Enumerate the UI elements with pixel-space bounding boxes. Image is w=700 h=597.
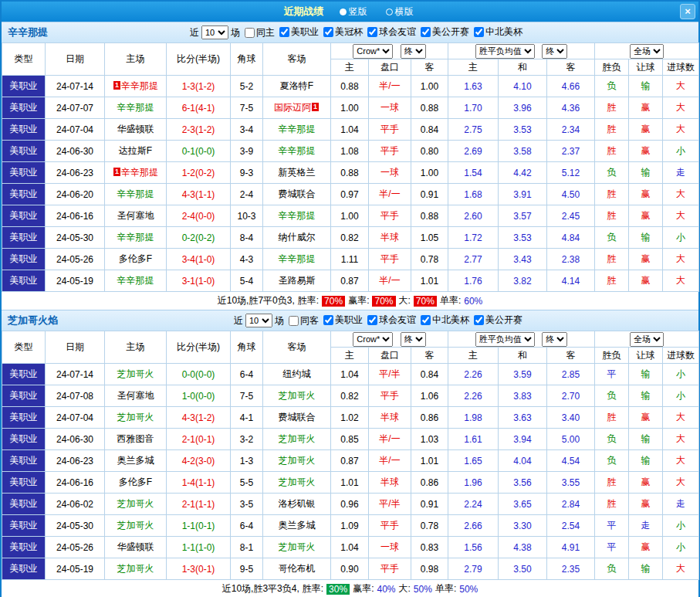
league-checkbox[interactable] <box>279 27 289 37</box>
avg-odds-select[interactable]: 胜平负均值 <box>475 44 535 59</box>
league-checkbox[interactable] <box>367 27 377 37</box>
league-checkbox[interactable] <box>421 315 431 325</box>
away-team-cell[interactable]: 费城联合 <box>263 184 331 205</box>
away-team-cell[interactable]: 芝加哥火 <box>263 537 331 558</box>
league-filter[interactable]: 美职业 <box>279 25 319 39</box>
rank-badge: 1 <box>113 81 120 90</box>
away-team-cell[interactable]: 辛辛那提 <box>263 249 331 270</box>
home-team-cell[interactable]: 圣何塞地 <box>105 385 167 407</box>
away-team-cell[interactable]: 费城联合 <box>263 407 331 429</box>
odds-source-select[interactable]: Crow* <box>353 44 393 59</box>
away-team-cell[interactable]: 哥伦布机 <box>263 558 331 580</box>
goals-result-cell: 小 <box>663 537 699 558</box>
league-filter[interactable]: 美职业 <box>323 314 363 327</box>
radio-horizontal-layout[interactable]: 横版 <box>386 5 414 19</box>
league-filter[interactable]: 中北美杯 <box>474 25 522 39</box>
col-header-avg-home: 主 <box>448 348 499 364</box>
asian-home-odds: 0.96 <box>331 494 369 515</box>
same-venue-filter[interactable]: 同主 <box>245 26 275 39</box>
team-name-text: 辛辛那提 <box>117 102 154 113</box>
league-filter[interactable]: 球会友谊 <box>367 314 416 327</box>
away-team-cell[interactable]: 纳什威尔 <box>263 227 331 249</box>
away-team-cell[interactable]: 芝加哥火 <box>263 450 331 472</box>
summary-prefix: 近10场,胜3平3负4, <box>222 582 299 595</box>
match-count-select[interactable]: 10 <box>201 25 228 39</box>
away-team-cell[interactable]: 新英格兰 <box>263 162 331 184</box>
league-checkbox[interactable] <box>367 315 377 325</box>
league-filter[interactable]: 美冠杯 <box>323 25 363 39</box>
away-team-cell[interactable]: 芝加哥火 <box>263 429 331 450</box>
away-team-cell[interactable]: 奥兰多城 <box>263 515 331 537</box>
league-filter[interactable]: 球会友谊 <box>367 25 416 39</box>
avg-home-odds: 2.24 <box>448 494 499 515</box>
match-count-select[interactable]: 10 <box>245 314 272 327</box>
league-cell: 美职业 <box>2 227 46 249</box>
home-team-cell[interactable]: 辛辛那提 <box>105 184 167 205</box>
goals-result-cell: 小 <box>663 227 699 249</box>
away-team-cell[interactable]: 国际迈阿1 <box>263 97 331 119</box>
avg-home-odds: 2.69 <box>448 141 499 162</box>
league-filter[interactable]: 中北美杯 <box>421 314 469 327</box>
home-team-cell[interactable]: 辛辛那提 <box>105 270 167 292</box>
league-checkbox[interactable] <box>421 27 431 37</box>
home-team-cell[interactable]: 达拉斯F <box>105 141 167 162</box>
home-team-cell[interactable]: 芝加哥火 <box>105 364 167 385</box>
record-summary-1: 近10场,胜7平0负3,胜率: 70%赢率: 70%大: 70%单率:60% <box>2 292 698 310</box>
avg-final-select[interactable]: 终 <box>542 44 567 59</box>
away-team-cell[interactable]: 圣路易斯 <box>263 270 331 292</box>
home-team-cell[interactable]: 芝加哥火 <box>105 407 167 429</box>
close-icon[interactable]: × <box>680 4 695 19</box>
score-cell: 0-2(0-2) <box>167 227 231 249</box>
league-filter[interactable]: 美公开赛 <box>421 25 469 39</box>
league-checkbox[interactable] <box>474 315 484 325</box>
home-team-cell[interactable]: 芝加哥火 <box>105 494 167 515</box>
away-team-cell[interactable]: 芝加哥火 <box>263 385 331 407</box>
date-cell: 24-06-23 <box>46 162 105 184</box>
home-team-cell[interactable]: 1辛辛那提 <box>105 76 167 97</box>
match-row: 美职业24-06-23奥兰多城4-2(3-0)1-3芝加哥火0.87半/一1.0… <box>2 450 699 472</box>
home-team-cell[interactable]: 芝加哥火 <box>105 558 167 580</box>
home-team-cell[interactable]: 多伦多F <box>105 249 167 270</box>
away-team-cell[interactable]: 辛辛那提 <box>263 205 331 227</box>
home-team-cell[interactable]: 圣何塞地 <box>105 205 167 227</box>
league-label: 球会友谊 <box>379 314 416 327</box>
asian-home-odds: 1.11 <box>331 249 369 270</box>
odds-final-select[interactable]: 终 <box>401 332 426 347</box>
league-checkbox[interactable] <box>323 315 333 325</box>
odds-final-select[interactable]: 终 <box>401 44 426 59</box>
away-team-cell[interactable]: 辛辛那提 <box>263 119 331 141</box>
scope-select[interactable]: 全场 <box>630 44 664 59</box>
match-row: 美职业24-06-231辛辛那提1-2(0-2)9-3新英格兰0.88一球1.0… <box>2 162 699 184</box>
date-cell: 24-06-30 <box>46 141 105 162</box>
home-team-cell[interactable]: 多伦多F <box>105 472 167 494</box>
home-team-cell[interactable]: 1辛辛那提 <box>105 162 167 184</box>
league-filter[interactable]: 美公开赛 <box>474 314 522 327</box>
away-team-cell[interactable]: 洛杉矶银 <box>263 494 331 515</box>
home-team-cell[interactable]: 芝加哥火 <box>105 515 167 537</box>
avg-final-select[interactable]: 终 <box>542 332 567 347</box>
avg-odds-select[interactable]: 胜平负均值 <box>475 332 535 347</box>
away-team-cell[interactable]: 辛辛那提 <box>263 141 331 162</box>
col-header-goals: 进球数 <box>663 59 699 76</box>
home-team-cell[interactable]: 奥兰多城 <box>105 450 167 472</box>
result-cell: 胜 <box>595 205 629 227</box>
same-venue-checkbox[interactable] <box>245 28 255 38</box>
away-team-cell[interactable]: 纽约城 <box>263 364 331 385</box>
home-team-cell[interactable]: 辛辛那提 <box>105 227 167 249</box>
away-team-cell[interactable]: 夏洛特F <box>263 76 331 97</box>
home-team-cell[interactable]: 西雅图音 <box>105 429 167 450</box>
home-team-cell[interactable]: 辛辛那提 <box>105 97 167 119</box>
team-name-text: 华盛顿联 <box>117 124 154 134</box>
team-name-text: 辛辛那提 <box>279 124 316 134</box>
scope-select[interactable]: 全场 <box>630 332 664 347</box>
league-checkbox[interactable] <box>323 27 333 37</box>
same-venue-filter[interactable]: 同客 <box>289 314 319 327</box>
away-team-cell[interactable]: 芝加哥火 <box>263 472 331 494</box>
home-team-cell[interactable]: 华盛顿联 <box>105 119 167 141</box>
league-checkbox[interactable] <box>474 27 484 37</box>
same-venue-checkbox[interactable] <box>289 316 299 326</box>
radio-vertical-layout[interactable]: 竖版 <box>340 5 367 19</box>
date-cell: 24-06-02 <box>46 494 105 515</box>
home-team-cell[interactable]: 华盛顿联 <box>105 537 167 558</box>
odds-source-select[interactable]: Crow* <box>353 332 393 347</box>
